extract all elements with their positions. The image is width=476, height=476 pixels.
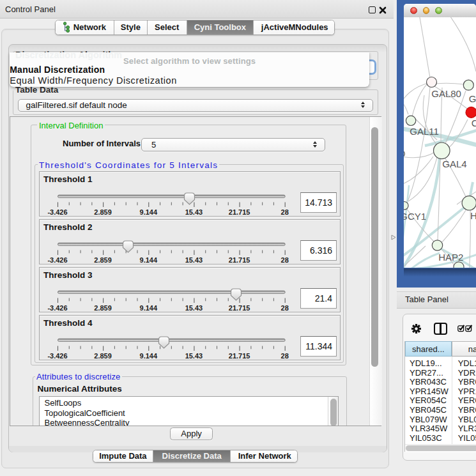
svg-text:GAL80: GAL80 (431, 88, 461, 99)
svg-text:GCY1: GCY1 (404, 211, 426, 222)
svg-text:GA: GA (468, 93, 475, 104)
svg-text:HAP2: HAP2 (438, 252, 463, 263)
svg-text:H: H (470, 210, 476, 221)
svg-text:GAL4: GAL4 (442, 158, 466, 169)
svg-text:GAL11: GAL11 (410, 126, 439, 137)
svg-text:C: C (471, 118, 475, 128)
